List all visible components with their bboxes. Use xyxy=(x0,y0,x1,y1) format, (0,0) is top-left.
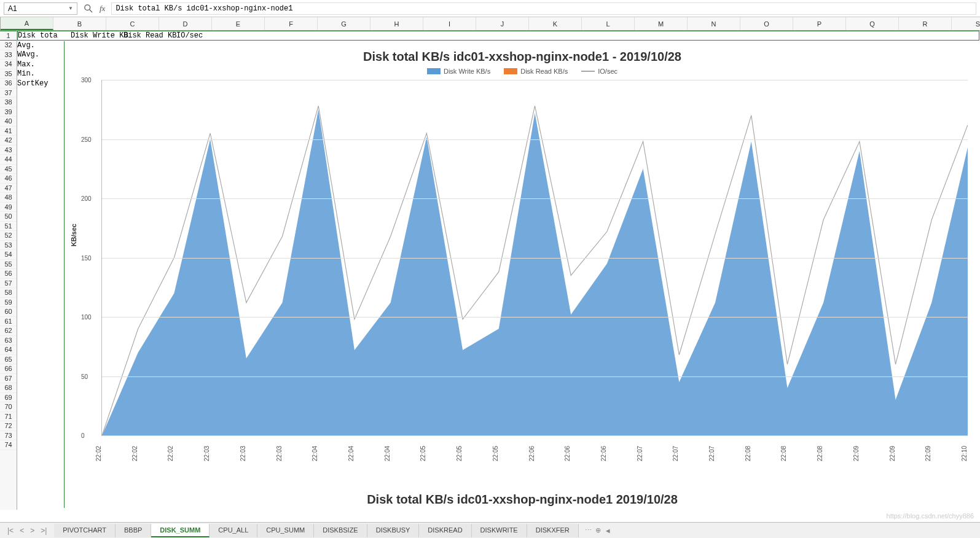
column-header[interactable]: C xyxy=(106,17,159,30)
column-header[interactable]: Q xyxy=(846,17,899,30)
column-header[interactable]: L xyxy=(582,17,635,30)
sheet-tab[interactable]: DISKBSIZE xyxy=(314,524,367,537)
column-header[interactable]: F xyxy=(265,17,318,30)
sheet-tab[interactable]: CPU_SUMM xyxy=(257,524,314,537)
column-header[interactable]: D xyxy=(159,17,212,30)
cell[interactable]: Max. xyxy=(17,60,70,69)
select-all-corner[interactable] xyxy=(0,17,1,30)
name-box[interactable]: A1 ▼ xyxy=(4,2,77,15)
row-header[interactable]: 64 xyxy=(0,345,17,355)
tab-last-icon[interactable]: >| xyxy=(38,526,49,535)
row-header[interactable]: 51 xyxy=(0,222,17,232)
row-header[interactable]: 73 xyxy=(0,431,17,441)
row-header[interactable]: 45 xyxy=(0,165,17,174)
column-header[interactable]: G xyxy=(318,17,370,30)
sheet-tab[interactable]: BBBP xyxy=(116,524,151,537)
svg-marker-2 xyxy=(102,109,968,435)
row-header[interactable]: 65 xyxy=(0,355,17,365)
chevron-down-icon[interactable]: ▼ xyxy=(68,6,73,11)
row-header[interactable]: 72 xyxy=(0,421,17,431)
row-header[interactable]: 38 xyxy=(0,98,17,107)
sheet-tab[interactable]: DISKXFER xyxy=(527,524,579,537)
column-header[interactable]: I xyxy=(423,17,476,30)
row-header[interactable]: 49 xyxy=(0,203,17,212)
row-header[interactable]: 66 xyxy=(0,364,17,374)
column-header[interactable]: P xyxy=(793,17,846,30)
row-header[interactable]: 67 xyxy=(0,374,17,384)
tab-scroll-left-icon[interactable]: ◄ xyxy=(605,527,611,534)
row-header[interactable]: 41 xyxy=(0,127,17,136)
column-header[interactable]: H xyxy=(370,17,423,30)
row-header[interactable]: 50 xyxy=(0,212,17,222)
row-header[interactable]: 58 xyxy=(0,288,17,298)
formula-input[interactable]: Disk total KB/s idc01-xxshop-nginx-node1 xyxy=(111,2,976,15)
row-header[interactable]: 61 xyxy=(0,317,17,327)
fx-icon[interactable]: fx xyxy=(100,4,105,14)
cell[interactable]: Disk Read KB xyxy=(123,31,176,40)
cell[interactable]: IO/sec xyxy=(176,31,229,40)
sheet-tab[interactable]: DISK_SUMM xyxy=(151,524,210,537)
tab-first-icon[interactable]: |< xyxy=(5,526,16,535)
row-header[interactable]: 68 xyxy=(0,383,17,393)
row-header[interactable]: 62 xyxy=(0,326,17,336)
column-header[interactable]: A xyxy=(1,17,53,30)
column-header[interactable]: E xyxy=(212,17,265,30)
cell[interactable]: SortKey xyxy=(17,79,70,88)
row-header[interactable]: 57 xyxy=(0,279,17,289)
cell[interactable]: Min. xyxy=(17,69,70,78)
sheet-tab[interactable]: DISKREAD xyxy=(419,524,471,537)
row-header[interactable]: 44 xyxy=(0,155,17,165)
sheet-tab[interactable]: CPU_ALL xyxy=(210,524,257,537)
row-header[interactable]: 70 xyxy=(0,402,17,412)
cell[interactable]: Disk Write KB xyxy=(71,31,123,40)
row-header[interactable]: 35 xyxy=(0,69,17,79)
cell[interactable]: WAvg. xyxy=(17,50,70,59)
new-sheet-icon[interactable]: ⊕ xyxy=(595,526,601,534)
row-header[interactable]: 69 xyxy=(0,393,17,403)
row-header[interactable]: 43 xyxy=(0,146,17,155)
row-header[interactable]: 39 xyxy=(0,107,17,117)
row-header[interactable]: 33 xyxy=(0,50,17,60)
tab-next-icon[interactable]: > xyxy=(28,526,37,535)
sheet-tab[interactable]: DISKBUSY xyxy=(367,524,420,537)
row-header[interactable]: 60 xyxy=(0,307,17,317)
sheet-tab[interactable]: DISKWRITE xyxy=(472,524,527,537)
row-header[interactable]: 55 xyxy=(0,260,17,270)
row-header[interactable]: 42 xyxy=(0,136,17,146)
row-header[interactable]: 40 xyxy=(0,117,17,127)
row-header[interactable]: 56 xyxy=(0,269,17,279)
row-header[interactable]: 71 xyxy=(0,412,17,422)
row-header[interactable]: 54 xyxy=(0,250,17,260)
row-header[interactable]: 36 xyxy=(0,79,17,88)
row-header[interactable]: 74 xyxy=(0,440,17,450)
column-header[interactable]: S xyxy=(952,17,980,30)
cell[interactable]: Disk tota xyxy=(18,31,71,40)
cell-row[interactable]: Disk totaDisk Write KBDisk Read KBIO/sec xyxy=(17,31,979,41)
row-header[interactable]: 34 xyxy=(0,60,17,69)
row-header[interactable]: 48 xyxy=(0,193,17,203)
column-header[interactable]: N xyxy=(688,17,740,30)
row-header[interactable]: 46 xyxy=(0,174,17,184)
column-header[interactable]: K xyxy=(529,17,582,30)
sheet-tab[interactable]: PIVOTCHART xyxy=(54,524,116,537)
cell[interactable]: Avg. xyxy=(17,41,70,50)
row-header[interactable]: 47 xyxy=(0,184,17,193)
zoom-icon[interactable] xyxy=(84,4,93,14)
column-header[interactable]: M xyxy=(635,17,688,30)
row-header[interactable]: 1 xyxy=(0,31,17,41)
row-header[interactable]: 32 xyxy=(0,41,17,50)
column-header[interactable]: J xyxy=(476,17,529,30)
row-header[interactable]: 37 xyxy=(0,88,17,98)
row-header[interactable]: 63 xyxy=(0,336,17,346)
column-header[interactable]: R xyxy=(899,17,952,30)
row-header[interactable]: 52 xyxy=(0,231,17,241)
sheet-area[interactable]: Disk totaDisk Write KBDisk Read KBIO/sec… xyxy=(17,31,980,510)
row-header[interactable]: 53 xyxy=(0,241,17,251)
tab-prev-icon[interactable]: < xyxy=(17,526,26,535)
chart-object[interactable]: Disk total KB/s idc01-xxshop-nginx-node1… xyxy=(64,41,980,508)
x-tick-label: 22:04 xyxy=(312,446,318,461)
row-header[interactable]: 59 xyxy=(0,298,17,308)
column-header[interactable]: B xyxy=(53,17,106,30)
more-tabs-icon[interactable]: ⋯ xyxy=(585,526,592,534)
column-header[interactable]: O xyxy=(740,17,793,30)
